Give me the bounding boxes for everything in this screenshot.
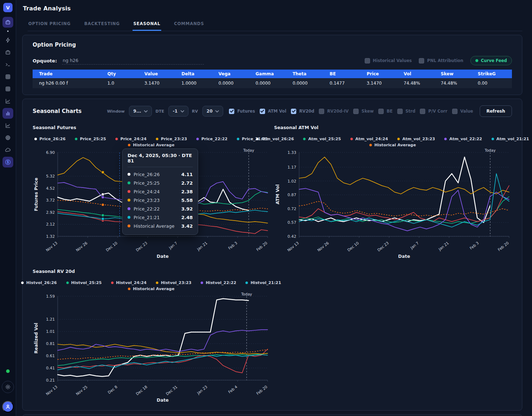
rv-select[interactable]: 20 [202, 106, 224, 117]
pricing-history-panel[interactable]: Pricing History (1) [22, 414, 522, 416]
sidebar-item-grid-1[interactable] [3, 71, 13, 82]
sidebar-item-cloud[interactable] [3, 145, 13, 155]
chart-plot-area[interactable]: 0.210.410.610.811.011.211.59Nov 13Nov 25… [33, 293, 270, 404]
seasonal-rv20d-chart: Seasonal RV 20d Histvol_26:26Histvol_25:… [33, 269, 270, 404]
sidebar-item-bar-chart[interactable] [3, 108, 13, 119]
legend-item-historical-average[interactable]: Historical Average [128, 287, 174, 291]
tooltip-series-label: Price_21:21 [134, 215, 160, 220]
flash-icon [5, 37, 11, 43]
opquote-input[interactable] [62, 57, 204, 65]
sidebar-item-portfolio[interactable] [3, 17, 13, 28]
rv20d-checkbox[interactable]: RV20d [291, 109, 314, 114]
sidebar-item-flash[interactable] [3, 35, 13, 46]
svg-text:Jan 7: Jan 7 [168, 241, 178, 250]
status-dot-green [6, 369, 10, 373]
svg-text:1.02: 1.02 [288, 179, 297, 184]
chart-plot-area[interactable]: 0.420.570.720.871.021.171.33Nov 13Nov 26… [274, 149, 511, 260]
svg-text:Date: Date [157, 254, 168, 259]
series-color-dot [128, 173, 130, 176]
column-header-price: Price [364, 70, 401, 78]
pnl-attribution-checkbox[interactable]: PNL Attribution [419, 58, 463, 63]
user-avatar[interactable] [2, 401, 14, 412]
check-icon [260, 110, 264, 113]
legend-item-histvol-24-24[interactable]: Histvol_24:24 [111, 280, 147, 285]
legend-item-price-22-22[interactable]: Price_22:22 [196, 137, 227, 141]
nav-indicator-dot [7, 30, 9, 32]
app-logo-letter: V [6, 5, 10, 10]
legend-item-historical-average[interactable]: Historical Average [128, 143, 174, 147]
historical-values-checkbox[interactable]: Historical Values [365, 58, 412, 63]
legend-item-histvol-22-22[interactable]: Histvol_22:22 [201, 280, 236, 285]
tooltip-series-label: Price_25:25 [134, 180, 160, 186]
legend-item-price-25-25[interactable]: Price_25:25 [75, 137, 106, 141]
atm-vol-checkbox[interactable]: ATM Vol [260, 109, 286, 114]
legend-item-histvol-25-25[interactable]: Histvol_25:25 [66, 280, 102, 285]
p-v-corr-checkbox[interactable]: P/V Corr [420, 109, 447, 114]
rv20d-iv-checkbox[interactable]: RV20d-IV [319, 109, 349, 114]
tab-backtesting[interactable]: BACKTESTING [83, 19, 120, 31]
curve-feed-badge[interactable]: Curve Feed [470, 56, 512, 65]
sidebar-item-target[interactable] [3, 132, 13, 143]
chart-legend-secondary: Historical Average [33, 286, 270, 292]
strd-checkbox[interactable]: Strd [397, 109, 416, 114]
legend-item-histvol-23-23[interactable]: Histvol_23:23 [156, 280, 191, 285]
legend-item-atm-vol-26-26[interactable]: Atm_vol_26:26 [256, 137, 294, 141]
seasonal-controls: Window 9... DTE -1 RV 20 FuturesATM VolR… [107, 105, 512, 117]
series-color-dot [444, 138, 447, 140]
sidebar-item-line-chart-1[interactable] [3, 96, 13, 107]
legend-item-price-24-24[interactable]: Price_24:24 [115, 137, 147, 141]
series-color-dot [128, 181, 130, 184]
sidebar-item-terminal[interactable] [3, 59, 13, 70]
legend-item-atm-vol-24-24[interactable]: Atm_vol_24:24 [350, 137, 388, 141]
series-color-dot [128, 199, 130, 202]
legend-label: Atm_vol_22:22 [449, 137, 482, 141]
legend-label: Histvol_23:23 [161, 280, 191, 285]
option-pricing-table: TradeQtyValueDeltaVegaGammaThetaBEPriceV… [33, 70, 512, 88]
checkbox-label: BE [387, 109, 393, 114]
tab-commands[interactable]: COMMANDS [173, 19, 205, 31]
table-cell: 0.1477 [327, 78, 364, 88]
sidebar-item-briefcase[interactable] [3, 47, 13, 58]
app-logo[interactable]: V [3, 3, 13, 12]
futures-checkbox[interactable]: Futures [229, 109, 255, 114]
legend-item-atm-vol-23-23[interactable]: Atm_vol_23:23 [397, 137, 435, 141]
tab-option-pricing[interactable]: OPTION PRICING [28, 19, 71, 31]
rv-select-value: 20 [207, 109, 213, 114]
svg-text:Jan 21: Jan 21 [196, 241, 208, 251]
refresh-button[interactable]: Refresh [480, 105, 512, 117]
dte-select[interactable]: -1 [168, 106, 188, 117]
page-title: Trade Analysis [23, 5, 522, 12]
legend-item-historical-average[interactable]: Historical Average [369, 143, 416, 147]
svg-text:0.57: 0.57 [288, 220, 297, 225]
legend-item-atm-vol-21-21[interactable]: Atm_vol_21:21 [492, 137, 529, 141]
option-pricing-panel: Option Pricing Opquote: Historical Value… [22, 35, 522, 95]
theme-toggle-button[interactable] [2, 381, 14, 393]
series-color-dot [369, 144, 372, 146]
legend-label: Price_22:22 [201, 137, 227, 141]
legend-item-histvol-21-21[interactable]: Histvol_21:21 [245, 280, 281, 285]
terminal-icon [5, 62, 11, 67]
series-color-dot [492, 138, 494, 140]
svg-text:Feb 20: Feb 20 [255, 241, 268, 252]
legend-item-atm-vol-25-25[interactable]: Atm_vol_25:25 [303, 137, 341, 141]
sidebar-item-dollar[interactable] [3, 157, 13, 167]
sidebar-item-grid-2[interactable] [3, 84, 13, 94]
legend-label: Histvol_26:26 [26, 280, 57, 285]
value-checkbox[interactable]: Value [452, 109, 473, 114]
legend-label: Atm_vol_24:24 [355, 137, 388, 141]
be-checkbox[interactable]: BE [378, 109, 393, 114]
legend-item-atm-vol-22-22[interactable]: Atm_vol_22:22 [444, 137, 482, 141]
svg-text:0.72: 0.72 [288, 207, 297, 211]
legend-item-price-26-26[interactable]: Price_26:26 [34, 137, 66, 141]
skew-checkbox[interactable]: Skew [353, 109, 374, 114]
tab-seasonal[interactable]: SEASONAL [133, 19, 161, 31]
svg-text:Dec 8: Dec 8 [107, 384, 118, 394]
table-row[interactable]: ng h26 0.00 f1.03.14701.00000.00000.0000… [33, 78, 512, 88]
legend-item-price-23-23[interactable]: Price_23:23 [156, 137, 187, 141]
sidebar-item-line-chart-2[interactable] [3, 120, 13, 131]
svg-text:2.92: 2.92 [46, 210, 55, 215]
window-select[interactable]: 9... [129, 106, 152, 117]
legend-item-histvol-26-26[interactable]: Histvol_26:26 [21, 280, 57, 285]
chart-tooltip-rows: Price_26:264.11Price_25:252.72Price_24:2… [128, 170, 193, 230]
chart-legend-secondary: Historical Average [274, 142, 511, 148]
